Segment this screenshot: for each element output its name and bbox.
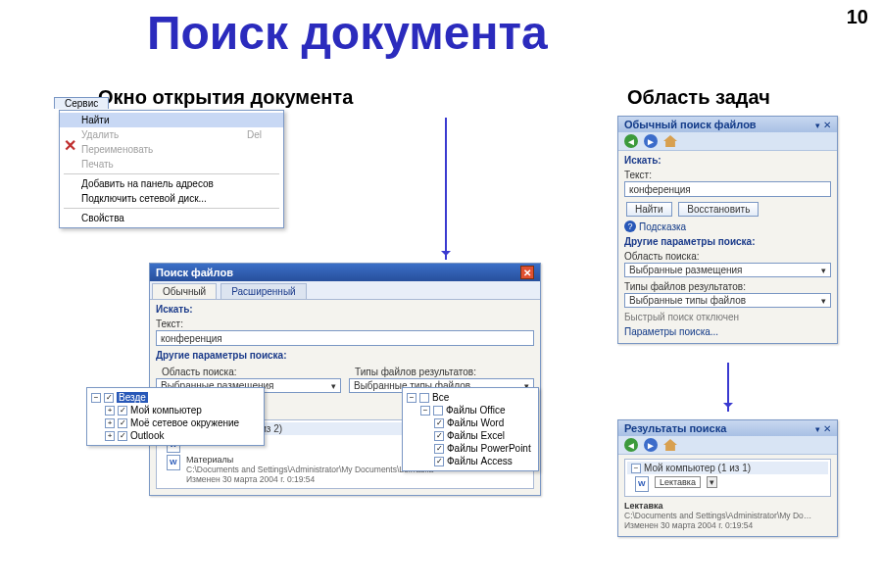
tab-basic[interactable]: Обычный bbox=[152, 283, 217, 299]
text-label: Текст: bbox=[624, 170, 831, 180]
group-label: Мой компьютер (1 из 1) bbox=[644, 463, 751, 473]
home-icon[interactable] bbox=[663, 439, 677, 451]
ctx-item-map-drive[interactable]: Подключить сетевой диск... bbox=[60, 191, 283, 206]
forward-icon[interactable]: ► bbox=[644, 438, 658, 452]
find-button[interactable]: Найти bbox=[626, 202, 672, 217]
taskpane-header[interactable]: Обычный поиск файлов ▾ ✕ bbox=[618, 117, 837, 132]
chevron-down-icon[interactable]: ▾ bbox=[707, 476, 717, 488]
tree-row[interactable]: ✓Файлы Excel bbox=[407, 429, 534, 442]
ctx-label: Подключить сетевой диск... bbox=[81, 193, 207, 204]
ctx-item-rename[interactable]: Переименовать bbox=[60, 142, 283, 157]
close-icon[interactable]: ✕ bbox=[520, 266, 534, 279]
ctx-item-properties[interactable]: Свойства bbox=[60, 211, 283, 225]
checkbox[interactable] bbox=[433, 406, 443, 416]
subtitle-right: Область задач bbox=[627, 86, 770, 109]
hint-link[interactable]: Подсказка bbox=[639, 221, 686, 232]
subtitle-left: Окно открытия документа bbox=[98, 86, 353, 109]
tab-advanced[interactable]: Расширенный bbox=[220, 283, 306, 299]
tree-row[interactable]: + ✓ Моё сетевое окружение bbox=[91, 416, 260, 429]
tree-label: Outlook bbox=[130, 430, 164, 441]
dialog-tabs: Обычный Расширенный bbox=[150, 281, 540, 300]
taskpane-header[interactable]: Результаты поиска ▾ ✕ bbox=[618, 420, 837, 436]
ctx-label: Удалить bbox=[81, 129, 119, 140]
results-group-header[interactable]: − Мой компьютер (1 из 1) bbox=[627, 462, 828, 474]
expand-icon[interactable]: + bbox=[105, 406, 115, 416]
back-icon[interactable]: ◄ bbox=[624, 134, 638, 148]
checkbox[interactable]: ✓ bbox=[118, 418, 127, 428]
types-label: Типы файлов результатов: bbox=[624, 281, 831, 292]
expand-icon[interactable]: − bbox=[420, 406, 430, 416]
ctx-item-add-address[interactable]: Добавить на панель адресов bbox=[60, 176, 283, 191]
location-label: Область поиска: bbox=[624, 251, 831, 262]
dialog-titlebar[interactable]: Поиск файлов ✕ bbox=[150, 264, 540, 281]
restore-button[interactable]: Восстановить bbox=[678, 202, 759, 217]
detail-meta: Изменен 30 марта 2004 г. 0:19:54 bbox=[624, 520, 831, 530]
types-label: Типы файлов результатов: bbox=[355, 367, 528, 377]
other-params-label: Другие параметры поиска: bbox=[624, 236, 831, 247]
checkbox[interactable]: ✓ bbox=[104, 393, 114, 403]
checkbox[interactable]: ✓ bbox=[434, 457, 444, 466]
chevron-down-icon[interactable]: ▾ bbox=[815, 121, 820, 130]
ctx-item-print[interactable]: Печать bbox=[60, 157, 283, 172]
checkbox[interactable] bbox=[419, 393, 429, 403]
result-name: Lектавка bbox=[655, 476, 701, 488]
taskpane-toolbar: ◄ ► bbox=[618, 132, 837, 151]
taskpane-title: Результаты поиска bbox=[624, 422, 726, 434]
search-options-link[interactable]: Параметры поиска... bbox=[624, 326, 831, 337]
slide-title: Поиск документа bbox=[147, 6, 548, 60]
taskpane-toolbar: ◄ ► bbox=[618, 436, 837, 455]
help-icon[interactable]: ? bbox=[624, 220, 636, 232]
home-icon[interactable] bbox=[663, 135, 677, 147]
checkbox[interactable]: ✓ bbox=[434, 444, 444, 454]
tools-menu-tab[interactable]: Сервис bbox=[54, 97, 109, 109]
dd-value: Выбранные типы файлов bbox=[629, 295, 746, 306]
ctx-label: Добавить на панель адресов bbox=[81, 178, 214, 189]
search-text-input[interactable]: конференция bbox=[156, 330, 534, 346]
checkbox[interactable]: ✓ bbox=[434, 418, 444, 428]
ctx-label: Найти bbox=[81, 115, 110, 125]
checkbox[interactable]: ✓ bbox=[118, 406, 127, 416]
expand-icon[interactable]: − bbox=[407, 393, 416, 403]
ctx-label: Свойства bbox=[81, 213, 124, 223]
tree-label: Мой компьютер bbox=[130, 405, 202, 416]
collapse-icon[interactable]: − bbox=[631, 464, 641, 473]
result-meta: Изменен 30 марта 2004 г. 0:19:54 bbox=[186, 474, 433, 484]
tree-label: Файлы PowerPoint bbox=[447, 443, 531, 454]
word-doc-icon bbox=[167, 455, 180, 470]
taskpane-basic-search: Обычный поиск файлов ▾ ✕ ◄ ► Искать: Тек… bbox=[617, 116, 838, 344]
types-dropdown[interactable]: Выбранные типы файлов bbox=[624, 293, 831, 308]
back-icon[interactable]: ◄ bbox=[624, 438, 638, 452]
tree-row[interactable]: ✓Файлы Word bbox=[407, 416, 534, 429]
ctx-label: Переименовать bbox=[81, 144, 153, 155]
word-doc-icon bbox=[635, 476, 649, 492]
ctx-item-find[interactable]: Найти bbox=[60, 113, 283, 127]
result-name: Материалы bbox=[186, 455, 433, 465]
tree-label: Файлы Access bbox=[447, 456, 513, 466]
tree-label: Везде bbox=[117, 392, 148, 403]
expand-icon[interactable]: − bbox=[91, 393, 101, 403]
tree-row-root[interactable]: − Все bbox=[407, 391, 534, 404]
search-text-input[interactable]: конференция bbox=[624, 181, 831, 197]
checkbox[interactable]: ✓ bbox=[118, 431, 127, 441]
tree-label: Файлы Office bbox=[446, 405, 506, 416]
result-row[interactable]: Lектавка ▾ bbox=[635, 476, 820, 492]
search-section-label: Искать: bbox=[624, 155, 831, 166]
tree-row[interactable]: + ✓ Мой компьютер bbox=[91, 404, 260, 416]
ctx-separator bbox=[64, 208, 279, 209]
location-dropdown[interactable]: Выбранные размещения bbox=[624, 263, 831, 277]
tree-row[interactable]: + ✓ Outlook bbox=[91, 429, 260, 442]
tree-label: Файлы Excel bbox=[447, 430, 505, 441]
tree-row[interactable]: ✓Файлы PowerPoint bbox=[407, 442, 534, 455]
ctx-item-delete[interactable]: Удалить Del bbox=[60, 127, 283, 142]
forward-icon[interactable]: ► bbox=[644, 134, 658, 148]
tools-context-menu: Сервис ✕ Найти Удалить Del Переименовать… bbox=[59, 110, 284, 228]
expand-icon[interactable]: + bbox=[105, 418, 115, 428]
tree-label: Все bbox=[432, 392, 449, 403]
tree-row[interactable]: − Файлы Office bbox=[407, 404, 534, 416]
checkbox[interactable]: ✓ bbox=[434, 431, 444, 441]
tree-row[interactable]: ✓Файлы Access bbox=[407, 455, 534, 467]
tree-row-root[interactable]: − ✓ Везде bbox=[91, 391, 260, 404]
chevron-down-icon[interactable]: ▾ bbox=[815, 424, 820, 434]
location-tree-popup: − ✓ Везде + ✓ Мой компьютер + ✓ Моё сете… bbox=[86, 387, 265, 446]
expand-icon[interactable]: + bbox=[105, 431, 115, 441]
